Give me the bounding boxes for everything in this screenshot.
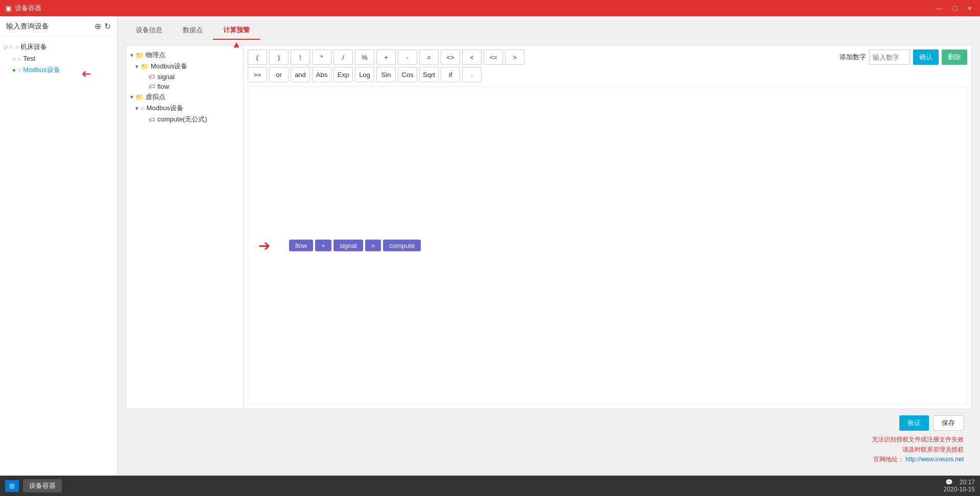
op-divide[interactable]: /	[333, 49, 353, 65]
op-sin[interactable]: Sin	[376, 67, 396, 82]
refresh-icon[interactable]: ↻	[104, 21, 111, 31]
title-bar: ▣ 设备容器 — □ ×	[0, 0, 980, 16]
test-label: Test	[23, 55, 35, 62]
op-greater[interactable]: >	[505, 49, 524, 65]
tree-node-flow[interactable]: 🏷 flow	[126, 82, 243, 91]
tree-node-virtual[interactable]: ▼ 📁 虚拟点	[126, 91, 243, 103]
circle-icon: ○	[10, 44, 13, 50]
modbus-physical-label: Modbus设备	[151, 62, 187, 71]
add-number-label: 添加数字	[840, 53, 866, 62]
tree-node-compute[interactable]: 🏷 compute(无公式)	[126, 114, 243, 125]
modbus-virtual-label: Modbus设备	[147, 104, 183, 113]
op-less[interactable]: <	[462, 49, 482, 65]
tab-calc-predict[interactable]: 计算预警 ▲	[213, 21, 260, 39]
sidebar: 输入查询设备 ⊕ ↻ ▷ ○ ○ 机床设备 ○ ○ Test	[0, 16, 117, 476]
taskbar-right: 💬 20:17 2020-10-15	[944, 479, 975, 493]
expand-modbus-virtual-icon: ▼	[134, 106, 139, 111]
op-not[interactable]: !	[291, 49, 310, 65]
tree-node-modbus-virtual[interactable]: ▼ ○ Modbus设备	[126, 103, 243, 114]
warning-link[interactable]: http://www.ineuos.net	[905, 456, 964, 463]
expand-icon: ▷	[4, 44, 8, 51]
circle3-icon: ○	[18, 56, 21, 62]
maximize-button[interactable]: □	[950, 3, 960, 13]
op-if[interactable]: if	[441, 67, 460, 82]
token-plus[interactable]: +	[315, 240, 331, 252]
op-exp[interactable]: Exp	[333, 67, 353, 82]
folder-modbus-physical-icon: 📁	[140, 63, 149, 70]
expand-physical-icon: ▼	[129, 53, 134, 58]
circle2-icon: ○	[15, 44, 19, 50]
windows-start-button[interactable]: ⊞	[5, 480, 19, 492]
token-flow[interactable]: flow	[289, 240, 313, 252]
number-input[interactable]	[869, 49, 910, 65]
tree-node-physical[interactable]: ▼ 📁 物理点	[126, 49, 243, 61]
op-or[interactable]: or	[269, 67, 289, 82]
expand-modbus-physical-icon: ▼	[134, 64, 139, 69]
op-notequal[interactable]: <>	[441, 49, 460, 65]
formula-arrow-icon: ➔	[258, 237, 270, 254]
warning-line2: 请及时联系管理员授权	[872, 445, 964, 455]
left-tree-panel: ▼ 📁 物理点 ▼ 📁 Modbus设备 🏷 signal	[126, 45, 244, 409]
tree-node-modbus-physical[interactable]: ▼ 📁 Modbus设备	[126, 61, 243, 72]
taskbar-date: 2020-10-15	[944, 486, 975, 493]
expand-virtual-icon: ▼	[129, 94, 134, 100]
signal-label: signal	[157, 73, 175, 81]
modbus-label: Modbus设备	[23, 65, 60, 75]
content-area: 设备信息 数据点 计算预警 ▲ ▼ 📁 物理点 ▼ 📁	[117, 16, 980, 476]
verify-button[interactable]: 验证	[899, 415, 929, 431]
tab-data-points[interactable]: 数据点	[173, 21, 213, 39]
op-sqrt[interactable]: Sqrt	[419, 67, 439, 82]
folder-physical-icon: 📁	[135, 52, 144, 59]
minimize-button[interactable]: —	[933, 3, 946, 13]
tab-device-info[interactable]: 设备信息	[126, 21, 173, 39]
taskbar-chat-icon[interactable]: 💬	[945, 479, 953, 486]
tag-flow-icon: 🏷	[149, 83, 155, 90]
taskbar-left: ⊞ 设备容器	[5, 479, 62, 492]
app-icon: ▣	[5, 4, 12, 12]
op-cos[interactable]: Cos	[398, 67, 417, 82]
delete-button[interactable]: 删除	[942, 49, 967, 65]
machine-group-label: 机床设备	[20, 42, 47, 52]
main-area: 输入查询设备 ⊕ ↻ ▷ ○ ○ 机床设备 ○ ○ Test	[0, 16, 980, 476]
op-log[interactable]: Log	[355, 67, 374, 82]
virtual-label: 虚拟点	[146, 92, 165, 102]
token-equals[interactable]: =	[365, 240, 381, 252]
taskbar-app-button[interactable]: 设备容器	[23, 479, 62, 492]
op-modulo[interactable]: %	[355, 49, 374, 65]
tab-arrow-icon: ▲	[232, 40, 241, 49]
op-equals[interactable]: =	[419, 49, 439, 65]
add-number-section: 添加数字 确认 删除	[840, 49, 967, 65]
token-signal[interactable]: signal	[333, 240, 363, 252]
operators-row1: ( ) ! * / % + - = <> < <= > 添加数字	[248, 49, 967, 65]
op-greaterequal[interactable]: >=	[248, 67, 267, 82]
op-dot[interactable]: .	[462, 67, 482, 82]
op-and[interactable]: and	[291, 67, 310, 82]
warning-line1: 无法识别授权文件或注册文件失效	[872, 435, 964, 444]
circle-outline-icon: ○	[18, 67, 21, 73]
confirm-button[interactable]: 确认	[913, 49, 939, 65]
op-abs[interactable]: Abs	[312, 67, 331, 82]
sidebar-item-machine-group[interactable]: ▷ ○ ○ 机床设备	[0, 41, 117, 53]
title-bar-title: 设备容器	[15, 4, 41, 13]
op-lessequal[interactable]: <=	[484, 49, 503, 65]
op-minus[interactable]: -	[398, 49, 417, 65]
sidebar-tree: ▷ ○ ○ 机床设备 ○ ○ Test ● ○ Modbus设备	[0, 37, 117, 476]
op-right-paren[interactable]: )	[269, 49, 289, 65]
sidebar-item-test[interactable]: ○ ○ Test	[0, 53, 117, 64]
circle-open-icon: ○	[12, 56, 16, 62]
tree-node-signal[interactable]: 🏷 signal	[126, 72, 243, 82]
sidebar-item-modbus[interactable]: ● ○ Modbus设备	[0, 64, 117, 76]
close-button[interactable]: ×	[965, 3, 975, 13]
warning-line3: 官网地址： http://www.ineuos.net	[872, 455, 964, 464]
token-compute[interactable]: compute	[383, 240, 421, 252]
warning-text: 无法识别授权文件或注册文件失效 请及时联系管理员授权 官网地址： http://…	[872, 435, 964, 464]
op-plus[interactable]: +	[376, 49, 396, 65]
formula-panel: ( ) ! * / % + - = <> < <= > 添加数字	[244, 45, 971, 409]
title-bar-left: ▣ 设备容器	[5, 4, 41, 13]
bottom-buttons: 验证 保存	[899, 415, 964, 431]
taskbar: ⊞ 设备容器 💬 20:17 2020-10-15	[0, 476, 980, 496]
op-left-paren[interactable]: (	[248, 49, 267, 65]
save-button[interactable]: 保存	[933, 415, 964, 431]
add-device-icon[interactable]: ⊕	[94, 21, 101, 31]
op-multiply[interactable]: *	[312, 49, 331, 65]
